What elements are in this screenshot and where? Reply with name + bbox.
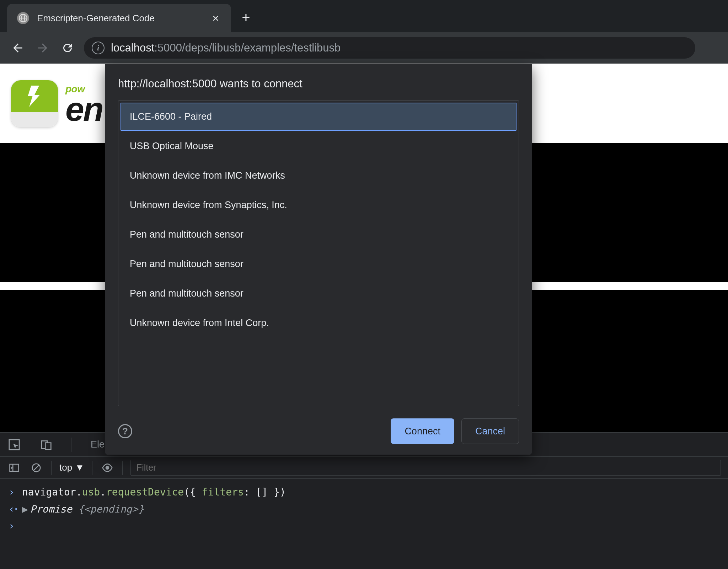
sidebar-toggle-icon[interactable] (7, 461, 21, 475)
emscripten-wordmark: en (65, 95, 103, 124)
device-item[interactable]: Pen and multitouch sensor (121, 280, 516, 308)
console-input-text: navigator.usb.requestDevice({ filters: [… (22, 484, 286, 501)
globe-icon (17, 12, 29, 24)
device-item[interactable]: Unknown device from Synaptics, Inc. (121, 191, 516, 219)
console-output[interactable]: navigator.usb.requestDevice({ filters: [… (0, 479, 728, 569)
help-icon[interactable]: ? (118, 424, 132, 438)
browser-tab[interactable]: Emscripten-Generated Code × (7, 4, 231, 32)
device-item[interactable]: ILCE-6600 - Paired (121, 103, 516, 131)
console-prompt[interactable] (9, 517, 719, 535)
reload-button[interactable] (59, 39, 76, 56)
device-item[interactable]: Unknown device from Intel Corp. (121, 309, 516, 337)
svg-rect-6 (10, 464, 19, 471)
prompt-caret-icon (9, 517, 16, 535)
close-icon[interactable]: × (210, 12, 221, 25)
tab-title: Emscripten-Generated Code (37, 13, 202, 24)
cancel-button[interactable]: Cancel (461, 418, 519, 444)
emscripten-title: pow en (65, 83, 103, 124)
new-tab-button[interactable]: + (235, 7, 257, 28)
console-toolbar: top ▼ (0, 457, 728, 479)
device-item[interactable]: USB Optical Mouse (121, 132, 516, 160)
browser-toolbar: i localhost:5000/deps/libusb/examples/te… (0, 32, 728, 64)
inspect-element-icon[interactable] (7, 438, 21, 452)
clear-console-icon[interactable] (29, 461, 43, 475)
device-list[interactable]: ILCE-6600 - PairedUSB Optical MouseUnkno… (118, 100, 519, 406)
dialog-title: http://localhost:5000 wants to connect (118, 77, 519, 90)
url-host: localhost (111, 42, 154, 54)
context-selector[interactable]: top ▼ (59, 462, 84, 473)
console-output-line: ▶Promise {<pending>} (9, 501, 719, 518)
device-item[interactable]: Unknown device from IMC Networks (121, 162, 516, 190)
output-caret-icon (9, 501, 16, 518)
live-expression-icon[interactable] (100, 461, 114, 475)
address-bar[interactable]: i localhost:5000/deps/libusb/examples/te… (84, 37, 695, 59)
device-item[interactable]: Pen and multitouch sensor (121, 250, 516, 278)
console-output-text: ▶Promise {<pending>} (22, 501, 144, 518)
filter-input[interactable] (130, 460, 721, 476)
input-caret-icon (9, 484, 16, 501)
connect-button[interactable]: Connect (391, 418, 454, 444)
usb-permission-dialog: http://localhost:5000 wants to connect I… (105, 64, 532, 455)
svg-line-9 (34, 465, 39, 470)
forward-button[interactable] (34, 39, 51, 56)
device-item[interactable]: Pen and multitouch sensor (121, 221, 516, 249)
url-port: :5000 (154, 42, 182, 54)
console-input-line: navigator.usb.requestDevice({ filters: [… (9, 484, 719, 501)
page-url: localhost:5000/deps/libusb/examples/test… (111, 42, 341, 54)
context-label: top (59, 462, 72, 473)
emscripten-logo-icon (11, 80, 58, 128)
svg-point-10 (106, 466, 109, 470)
device-toolbar-icon[interactable] (39, 438, 53, 452)
tab-strip: Emscripten-Generated Code × + (0, 0, 728, 32)
back-button[interactable] (9, 39, 26, 56)
chevron-down-icon: ▼ (75, 462, 84, 473)
site-info-icon[interactable]: i (92, 42, 105, 54)
url-path: /deps/libusb/examples/testlibusb (182, 42, 341, 54)
svg-rect-5 (45, 443, 51, 449)
